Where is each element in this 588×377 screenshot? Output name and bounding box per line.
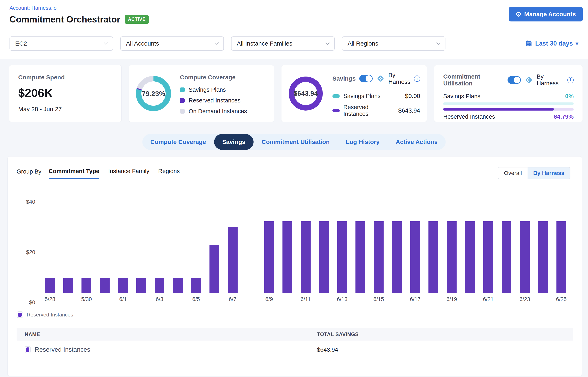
chart-bar-slot — [132, 202, 150, 293]
savings-row: Reserved Instances $643.94 — [333, 104, 420, 117]
chart-bar-slot — [223, 202, 242, 293]
utilisation-row: Savings Plans 0% — [443, 93, 574, 100]
savings-panel: Group By Commitment Type Instance Family… — [8, 156, 582, 376]
chart-bar-slot — [150, 202, 169, 293]
chart-legend: Reserved Instances — [17, 311, 582, 318]
harness-logo-icon — [376, 74, 385, 83]
chart-bar[interactable] — [465, 221, 475, 293]
instance-families-select[interactable]: All Instance Families — [231, 36, 335, 51]
service-select[interactable]: EC2 — [10, 36, 113, 51]
chart-bar[interactable] — [374, 221, 384, 293]
compute-spend-card: Compute Spend $206K May 28 - Jun 27 — [9, 65, 122, 122]
chart-y-axis: $40$20$0 — [17, 202, 41, 303]
legend-label: Savings Plans — [189, 86, 226, 93]
chart-bar-slot — [242, 202, 260, 293]
chart-bar-slot — [534, 202, 552, 293]
chart-bar[interactable] — [538, 221, 548, 293]
commitment-utilisation-card: Commitment Utilisation By Harness i Savi… — [434, 65, 583, 122]
chart-bar[interactable] — [520, 221, 530, 293]
chart-bar[interactable] — [556, 221, 566, 293]
manage-accounts-label: Manage Accounts — [524, 11, 576, 18]
app-header: Account: Harness.io Commitment Orchestra… — [0, 0, 588, 28]
chart-bar-slot — [114, 202, 132, 293]
chart-bar-slot — [351, 202, 369, 293]
section-tabs: Compute Coverage Savings Commitment Util… — [142, 134, 446, 150]
reserved-instances-progress-bar — [443, 108, 574, 111]
chart-bar[interactable] — [319, 221, 329, 293]
account-breadcrumb-link[interactable]: Account: Harness.io — [10, 5, 149, 11]
chart-bar[interactable] — [63, 278, 73, 293]
chart-bar[interactable] — [136, 278, 146, 293]
by-harness-segment[interactable]: By Harness — [528, 167, 570, 179]
chart-bar[interactable] — [191, 278, 201, 293]
regions-select[interactable]: All Regions — [342, 36, 445, 51]
compute-coverage-title: Compute Coverage — [180, 74, 247, 81]
x-axis-tick-label — [388, 296, 406, 303]
overall-segment[interactable]: Overall — [498, 167, 528, 179]
chart-bar[interactable] — [483, 221, 493, 293]
tab-savings[interactable]: Savings — [214, 134, 254, 150]
chart-bar[interactable] — [301, 221, 311, 293]
chart-bar[interactable] — [282, 221, 292, 293]
chart-bar-slot — [260, 202, 278, 293]
group-by-commitment-type[interactable]: Commitment Type — [49, 168, 100, 179]
reserved-instances-swatch — [333, 109, 340, 112]
column-header-total-savings: TOTAL SAVINGS — [317, 331, 573, 337]
chart-bar[interactable] — [100, 278, 110, 293]
accounts-select[interactable]: All Accounts — [120, 36, 224, 51]
tab-commitment-utilisation[interactable]: Commitment Utilisation — [254, 134, 338, 150]
instance-families-select-value: All Instance Families — [237, 40, 292, 47]
chart-bar[interactable] — [410, 221, 420, 293]
chart-bar-slot — [315, 202, 333, 293]
x-axis-tick-label — [497, 296, 516, 303]
tab-compute-coverage[interactable]: Compute Coverage — [142, 134, 214, 150]
reserved-instances-swatch — [18, 313, 22, 317]
chart-bar[interactable] — [428, 221, 438, 293]
chart-bar[interactable] — [337, 221, 347, 293]
x-axis-tick-label — [278, 296, 296, 303]
group-by-instance-family[interactable]: Instance Family — [108, 168, 149, 178]
by-harness-toggle[interactable] — [359, 75, 373, 82]
table-row[interactable]: Reserved Instances $643.94 — [17, 341, 573, 359]
compute-coverage-card: 79.23% Compute Coverage Savings Plans Re… — [129, 65, 274, 122]
service-select-value: EC2 — [15, 40, 27, 47]
by-harness-label: By Harness — [537, 73, 564, 87]
date-range-picker[interactable]: Last 30 days ▾ — [525, 40, 578, 47]
chart-bar[interactable] — [264, 221, 274, 293]
chart-bar[interactable] — [355, 221, 365, 293]
chart-bar[interactable] — [210, 245, 219, 293]
chart-bar-slot — [169, 202, 187, 293]
harness-logo-icon — [524, 76, 533, 84]
chart-bar[interactable] — [118, 278, 128, 293]
chart-bar-slot — [388, 202, 406, 293]
chart-bar-slot — [187, 202, 205, 293]
info-icon[interactable]: i — [414, 75, 420, 82]
chart-bar[interactable] — [502, 221, 511, 293]
x-axis-tick-label: 6/3 — [150, 296, 169, 303]
y-axis-tick-label: $40 — [26, 199, 35, 205]
gear-icon: ⚙ — [516, 10, 521, 18]
tab-log-history[interactable]: Log History — [338, 134, 388, 150]
chart-bar[interactable] — [447, 221, 457, 293]
chart-bar[interactable] — [228, 227, 238, 293]
chevron-down-icon — [326, 41, 330, 45]
chart-bar[interactable] — [155, 278, 165, 293]
tab-active-actions[interactable]: Active Actions — [388, 134, 446, 150]
chart-bar[interactable] — [45, 278, 55, 293]
x-axis-tick-label — [315, 296, 333, 303]
column-header-name: NAME — [17, 331, 317, 337]
info-icon[interactable]: i — [567, 77, 574, 83]
by-harness-toggle[interactable] — [508, 76, 521, 84]
x-axis-tick-label: 6/7 — [223, 296, 242, 303]
chart-bar[interactable] — [392, 221, 402, 293]
savings-plans-swatch — [180, 87, 185, 92]
chart-bar[interactable] — [173, 278, 183, 293]
reserved-instances-legend-checkbox[interactable] — [17, 311, 23, 318]
savings-card: $643.94 Savings By Harness i — [281, 65, 427, 122]
manage-accounts-button[interactable]: ⚙ Manage Accounts — [509, 7, 583, 22]
chart-bar[interactable] — [81, 278, 91, 293]
legend-item: On Demand Instances — [180, 108, 247, 115]
group-by-regions[interactable]: Regions — [158, 168, 179, 178]
chart-bar-slot — [333, 202, 351, 293]
savings-plans-progress-bar — [443, 102, 574, 105]
